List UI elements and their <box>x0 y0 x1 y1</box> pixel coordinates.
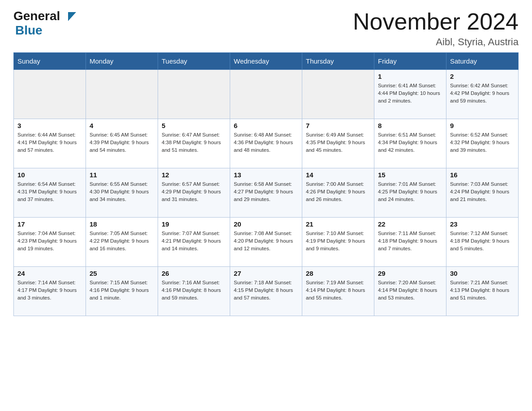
day-info: Sunrise: 6:58 AM Sunset: 4:27 PM Dayligh… <box>234 180 298 203</box>
table-row <box>86 70 158 119</box>
header-friday: Friday <box>374 53 446 70</box>
day-number: 25 <box>90 270 154 277</box>
day-number: 14 <box>306 171 370 179</box>
day-info: Sunrise: 6:45 AM Sunset: 4:39 PM Dayligh… <box>90 131 154 154</box>
day-number: 11 <box>90 171 154 179</box>
day-number: 23 <box>450 220 515 228</box>
day-number: 12 <box>162 171 226 179</box>
calendar-table: Sunday Monday Tuesday Wednesday Thursday… <box>13 52 519 316</box>
day-info: Sunrise: 7:15 AM Sunset: 4:16 PM Dayligh… <box>90 279 154 301</box>
logo: General Blue <box>13 9 76 38</box>
table-row: 3Sunrise: 6:44 AM Sunset: 4:41 PM Daylig… <box>14 119 86 168</box>
day-info: Sunrise: 7:18 AM Sunset: 4:15 PM Dayligh… <box>234 279 298 301</box>
day-number: 13 <box>234 171 298 179</box>
table-row: 4Sunrise: 6:45 AM Sunset: 4:39 PM Daylig… <box>86 119 158 168</box>
day-info: Sunrise: 7:04 AM Sunset: 4:23 PM Dayligh… <box>17 230 82 252</box>
day-number: 15 <box>378 171 442 179</box>
table-row: 2Sunrise: 6:42 AM Sunset: 4:42 PM Daylig… <box>446 70 519 119</box>
header-monday: Monday <box>86 53 158 70</box>
day-number: 20 <box>234 220 298 228</box>
table-row: 15Sunrise: 7:01 AM Sunset: 4:25 PM Dayli… <box>374 168 446 218</box>
day-info: Sunrise: 6:44 AM Sunset: 4:41 PM Dayligh… <box>17 131 82 154</box>
day-info: Sunrise: 6:49 AM Sunset: 4:35 PM Dayligh… <box>306 131 370 154</box>
day-info: Sunrise: 7:07 AM Sunset: 4:21 PM Dayligh… <box>162 230 226 252</box>
day-info: Sunrise: 7:20 AM Sunset: 4:14 PM Dayligh… <box>378 279 442 301</box>
table-row: 18Sunrise: 7:05 AM Sunset: 4:22 PM Dayli… <box>86 218 158 267</box>
day-number: 26 <box>162 270 226 277</box>
table-row <box>14 70 86 119</box>
day-info: Sunrise: 7:16 AM Sunset: 4:16 PM Dayligh… <box>162 279 226 301</box>
table-row: 19Sunrise: 7:07 AM Sunset: 4:21 PM Dayli… <box>158 218 230 267</box>
day-info: Sunrise: 6:51 AM Sunset: 4:34 PM Dayligh… <box>378 131 442 154</box>
page-header: General Blue November 2024 Aibl, Styria,… <box>13 9 519 48</box>
day-info: Sunrise: 7:03 AM Sunset: 4:24 PM Dayligh… <box>450 180 515 203</box>
table-row: 22Sunrise: 7:11 AM Sunset: 4:18 PM Dayli… <box>374 218 446 267</box>
calendar-week-3: 10Sunrise: 6:54 AM Sunset: 4:31 PM Dayli… <box>14 168 519 218</box>
calendar-week-2: 3Sunrise: 6:44 AM Sunset: 4:41 PM Daylig… <box>14 119 519 168</box>
day-info: Sunrise: 6:48 AM Sunset: 4:36 PM Dayligh… <box>234 131 298 154</box>
table-row: 17Sunrise: 7:04 AM Sunset: 4:23 PM Dayli… <box>14 218 86 267</box>
day-number: 3 <box>17 122 82 129</box>
day-number: 8 <box>378 122 442 129</box>
day-info: Sunrise: 7:08 AM Sunset: 4:20 PM Dayligh… <box>234 230 298 252</box>
day-info: Sunrise: 7:00 AM Sunset: 4:26 PM Dayligh… <box>306 180 370 203</box>
header-wednesday: Wednesday <box>230 53 302 70</box>
day-info: Sunrise: 7:12 AM Sunset: 4:18 PM Dayligh… <box>450 230 515 252</box>
table-row <box>230 70 302 119</box>
table-row: 26Sunrise: 7:16 AM Sunset: 4:16 PM Dayli… <box>158 267 230 316</box>
day-number: 9 <box>450 122 515 129</box>
day-number: 16 <box>450 171 515 179</box>
day-info: Sunrise: 6:47 AM Sunset: 4:38 PM Dayligh… <box>162 131 226 154</box>
table-row: 27Sunrise: 7:18 AM Sunset: 4:15 PM Dayli… <box>230 267 302 316</box>
logo-arrow-icon <box>68 12 76 21</box>
calendar-subtitle: Aibl, Styria, Austria <box>353 36 519 48</box>
day-info: Sunrise: 7:14 AM Sunset: 4:17 PM Dayligh… <box>17 279 82 301</box>
table-row: 9Sunrise: 6:52 AM Sunset: 4:32 PM Daylig… <box>446 119 519 168</box>
day-number: 2 <box>450 73 515 80</box>
day-info: Sunrise: 7:10 AM Sunset: 4:19 PM Dayligh… <box>306 230 370 252</box>
day-info: Sunrise: 6:54 AM Sunset: 4:31 PM Dayligh… <box>17 180 82 203</box>
day-number: 4 <box>90 122 154 129</box>
day-info: Sunrise: 7:01 AM Sunset: 4:25 PM Dayligh… <box>378 180 442 203</box>
day-number: 7 <box>306 122 370 129</box>
day-info: Sunrise: 7:05 AM Sunset: 4:22 PM Dayligh… <box>90 230 154 252</box>
table-row <box>158 70 230 119</box>
table-row: 25Sunrise: 7:15 AM Sunset: 4:16 PM Dayli… <box>86 267 158 316</box>
table-row: 10Sunrise: 6:54 AM Sunset: 4:31 PM Dayli… <box>14 168 86 218</box>
day-number: 6 <box>234 122 298 129</box>
calendar-week-5: 24Sunrise: 7:14 AM Sunset: 4:17 PM Dayli… <box>14 267 519 316</box>
day-info: Sunrise: 6:41 AM Sunset: 4:44 PM Dayligh… <box>378 82 442 104</box>
table-row: 20Sunrise: 7:08 AM Sunset: 4:20 PM Dayli… <box>230 218 302 267</box>
day-info: Sunrise: 7:11 AM Sunset: 4:18 PM Dayligh… <box>378 230 442 252</box>
logo-general-text: General <box>13 9 60 23</box>
table-row <box>302 70 374 119</box>
table-row: 7Sunrise: 6:49 AM Sunset: 4:35 PM Daylig… <box>302 119 374 168</box>
calendar-title: November 2024 <box>353 9 519 34</box>
header-thursday: Thursday <box>302 53 374 70</box>
table-row: 1Sunrise: 6:41 AM Sunset: 4:44 PM Daylig… <box>374 70 446 119</box>
table-row: 13Sunrise: 6:58 AM Sunset: 4:27 PM Dayli… <box>230 168 302 218</box>
table-row: 11Sunrise: 6:55 AM Sunset: 4:30 PM Dayli… <box>86 168 158 218</box>
calendar-week-4: 17Sunrise: 7:04 AM Sunset: 4:23 PM Dayli… <box>14 218 519 267</box>
calendar-week-1: 1Sunrise: 6:41 AM Sunset: 4:44 PM Daylig… <box>14 70 519 119</box>
header-sunday: Sunday <box>14 53 86 70</box>
table-row: 30Sunrise: 7:21 AM Sunset: 4:13 PM Dayli… <box>446 267 519 316</box>
table-row: 24Sunrise: 7:14 AM Sunset: 4:17 PM Dayli… <box>14 267 86 316</box>
day-number: 29 <box>378 270 442 277</box>
day-number: 28 <box>306 270 370 277</box>
day-info: Sunrise: 6:42 AM Sunset: 4:42 PM Dayligh… <box>450 82 515 104</box>
day-number: 19 <box>162 220 226 228</box>
day-number: 5 <box>162 122 226 129</box>
day-number: 1 <box>378 73 442 80</box>
day-number: 24 <box>17 270 82 277</box>
table-row: 5Sunrise: 6:47 AM Sunset: 4:38 PM Daylig… <box>158 119 230 168</box>
table-row: 16Sunrise: 7:03 AM Sunset: 4:24 PM Dayli… <box>446 168 519 218</box>
table-row: 14Sunrise: 7:00 AM Sunset: 4:26 PM Dayli… <box>302 168 374 218</box>
day-number: 22 <box>378 220 442 228</box>
table-row: 8Sunrise: 6:51 AM Sunset: 4:34 PM Daylig… <box>374 119 446 168</box>
table-row: 23Sunrise: 7:12 AM Sunset: 4:18 PM Dayli… <box>446 218 519 267</box>
day-number: 30 <box>450 270 515 277</box>
title-area: November 2024 Aibl, Styria, Austria <box>353 9 519 48</box>
table-row: 29Sunrise: 7:20 AM Sunset: 4:14 PM Dayli… <box>374 267 446 316</box>
day-info: Sunrise: 7:19 AM Sunset: 4:14 PM Dayligh… <box>306 279 370 301</box>
